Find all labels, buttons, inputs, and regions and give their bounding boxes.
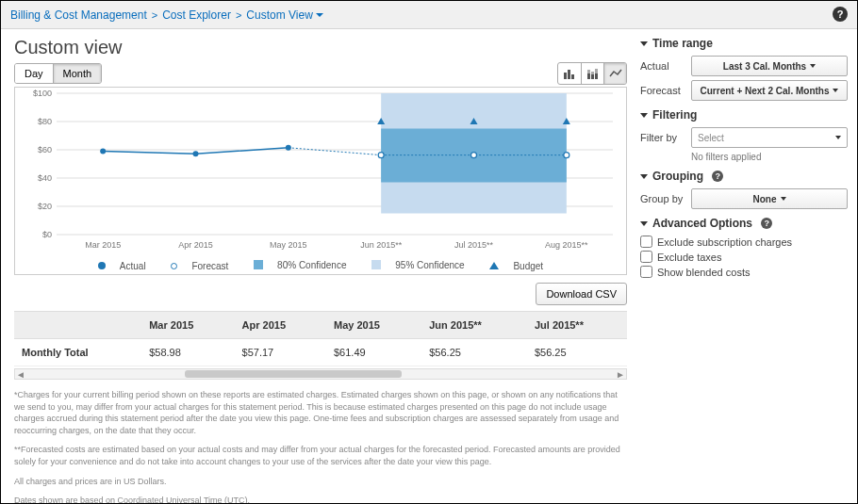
actual-label: Actual: [640, 60, 691, 72]
legend-actual-icon: [98, 262, 106, 269]
svg-rect-6: [591, 72, 594, 74]
scroll-right-icon[interactable]: ►: [615, 369, 626, 379]
crumb-custom-view[interactable]: Custom View: [246, 8, 322, 22]
cost-chart: $0$20$40$60$80$100Mar 2015Apr 2015May 20…: [14, 87, 627, 275]
crumb-sep: >: [236, 9, 241, 21]
svg-rect-8: [595, 69, 598, 73]
svg-point-31: [286, 145, 291, 151]
table-header: Jul 2015**: [527, 312, 627, 339]
table-header: Jun 2015**: [421, 312, 527, 339]
table-cell: $56.25: [421, 339, 527, 366]
group-by-label: Group by: [640, 193, 691, 204]
table-cell: $56.25: [527, 339, 627, 366]
table-cell: $57.17: [235, 339, 326, 366]
table-header: Apr 2015: [235, 312, 326, 339]
chevron-down-icon: [781, 197, 786, 201]
chart-canvas: $0$20$40$60$80$100Mar 2015Apr 2015May 20…: [15, 88, 626, 253]
legend-conf80-icon: [254, 260, 263, 269]
svg-text:Apr 2015: Apr 2015: [178, 240, 213, 250]
section-time-range[interactable]: Time range: [640, 37, 848, 50]
svg-rect-1: [568, 70, 570, 79]
table-cell: $58.98: [141, 339, 234, 366]
crumb-billing[interactable]: Billing & Cost Management: [10, 8, 147, 22]
svg-point-33: [471, 153, 477, 158]
svg-point-30: [193, 151, 199, 156]
filter-by-select[interactable]: Select: [691, 127, 848, 148]
chevron-down-icon: [316, 13, 323, 17]
help-icon[interactable]: ?: [833, 7, 848, 22]
svg-text:$0: $0: [42, 230, 52, 239]
table-row-label: Monthly Total: [14, 339, 141, 366]
opt-show-blended[interactable]: Show blended costs: [640, 266, 848, 278]
svg-point-29: [100, 149, 106, 154]
legend-conf95-icon: [371, 260, 381, 269]
chart-type-toggle: [557, 62, 627, 85]
chevron-down-icon: [835, 136, 841, 139]
granularity-month[interactable]: Month: [53, 64, 102, 83]
actual-range-select[interactable]: Last 3 Cal. Months: [691, 56, 848, 76]
svg-point-32: [378, 153, 384, 158]
cost-table: Mar 2015Apr 2015May 2015Jun 2015**Jul 20…: [14, 311, 627, 366]
chart-type-line-icon[interactable]: [603, 63, 626, 84]
svg-text:Aug 2015**: Aug 2015**: [545, 240, 588, 250]
disclaimer-text: *Charges for your current billing period…: [14, 389, 627, 503]
page-title: Custom view: [14, 37, 627, 58]
section-advanced[interactable]: Advanced Options ?: [640, 217, 848, 230]
svg-rect-0: [564, 73, 567, 79]
download-csv-button[interactable]: Download CSV: [536, 283, 627, 305]
no-filters-note: No filters applied: [691, 152, 848, 162]
svg-point-34: [564, 153, 569, 158]
scrollbar-thumb[interactable]: [185, 370, 402, 378]
svg-text:Mar 2015: Mar 2015: [85, 240, 121, 250]
svg-text:$100: $100: [33, 89, 52, 98]
crumb-sep: >: [152, 9, 157, 21]
table-header: May 2015: [326, 312, 421, 339]
chart-legend: Actual Forecast 80% Confidence 95% Confi…: [15, 260, 626, 272]
legend-budget-icon: [489, 262, 499, 269]
svg-text:$60: $60: [38, 145, 52, 154]
crumb-cost-explorer[interactable]: Cost Explorer: [162, 8, 231, 22]
svg-rect-2: [571, 74, 574, 79]
info-icon[interactable]: ?: [712, 171, 723, 182]
chart-type-bar-icon[interactable]: [558, 63, 581, 84]
table-scrollbar[interactable]: ◄ ►: [14, 368, 627, 380]
filter-by-label: Filter by: [640, 132, 691, 143]
svg-text:May 2015: May 2015: [270, 240, 307, 250]
opt-exclude-subscription[interactable]: Exclude subscription charges: [640, 236, 848, 248]
section-filtering[interactable]: Filtering: [640, 108, 848, 122]
info-icon[interactable]: ?: [761, 218, 772, 229]
svg-text:Jul 2015**: Jul 2015**: [454, 240, 494, 250]
chevron-down-icon: [833, 89, 838, 92]
svg-text:$20: $20: [38, 202, 52, 211]
svg-text:$80: $80: [38, 117, 52, 126]
chart-type-stack-icon[interactable]: [581, 63, 603, 84]
forecast-label: Forecast: [640, 85, 691, 96]
table-header: Mar 2015: [141, 312, 234, 339]
chevron-down-icon: [810, 64, 816, 68]
svg-rect-4: [587, 70, 590, 73]
opt-exclude-taxes[interactable]: Exclude taxes: [640, 251, 848, 263]
legend-forecast-icon: [171, 263, 177, 269]
granularity-day[interactable]: Day: [15, 64, 53, 83]
breadcrumb-bar: Billing & Cost Management > Cost Explore…: [1, 1, 857, 29]
svg-text:Jun 2015**: Jun 2015**: [360, 240, 403, 250]
scroll-left-icon[interactable]: ◄: [15, 369, 26, 379]
granularity-toggle: Day Month: [14, 63, 102, 84]
svg-text:$40: $40: [38, 173, 52, 183]
table-cell: $61.49: [326, 339, 421, 366]
section-grouping[interactable]: Grouping ?: [640, 170, 848, 183]
group-by-select[interactable]: None: [691, 188, 848, 209]
forecast-range-select[interactable]: Current + Next 2 Cal. Months: [691, 80, 848, 101]
